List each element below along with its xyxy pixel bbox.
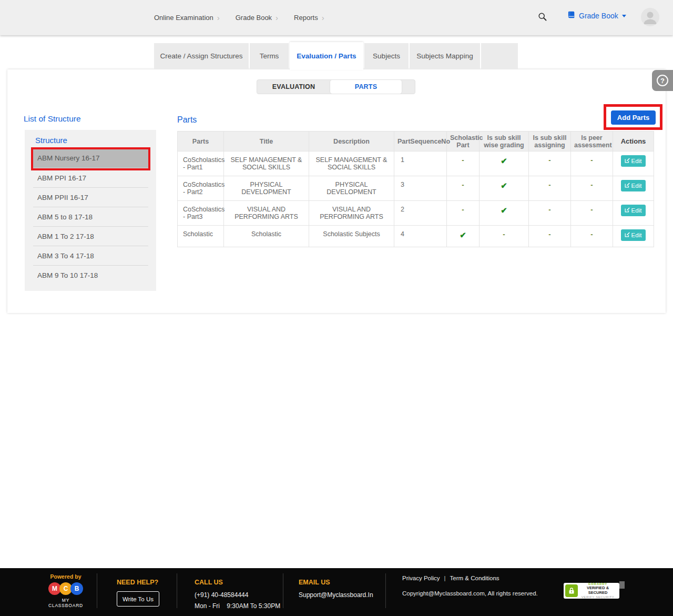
cell-title: PHYSICAL DEVELOPMENT	[224, 176, 309, 201]
chevron-right-icon: ›	[322, 14, 324, 22]
edit-button[interactable]: Edit	[621, 180, 646, 191]
cell-actions: Edit	[613, 226, 654, 247]
col-header-scholastic-part: Scholastic Part	[447, 132, 480, 152]
evaluation-parts-toggle: EVALUATION PARTS	[257, 79, 415, 94]
tab-bar: Create / Assign Structures Terms Evaluat…	[154, 43, 519, 71]
lock-shield-icon	[565, 584, 578, 597]
cell-part-sequence-no: 1	[394, 152, 447, 176]
table-row: Scholastic Scholastic Scholastic Subject…	[178, 226, 654, 247]
badge-text: GODADDY VERIFIED & SECURED VERIFY SECURI…	[578, 582, 618, 599]
powered-by-label: Powered by	[45, 573, 86, 580]
cell-actions: Edit	[613, 176, 654, 201]
structure-item[interactable]: ABM PPII 16-17	[33, 187, 148, 207]
cell-description: PHYSICAL DEVELOPMENT	[309, 176, 394, 201]
cell-sub-skill-assigning: -	[529, 152, 571, 176]
edit-icon	[625, 182, 630, 189]
cell-description: Scholastic Subjects	[309, 226, 394, 247]
nav-item-grade-book[interactable]: Grade Book ›	[236, 14, 278, 22]
badge-line2: VERIFY SECURITY	[578, 595, 618, 599]
footer-brand: Powered by M C B MY CLASSBOARD	[45, 573, 86, 608]
module-switcher-grade-book[interactable]: Grade Book	[567, 11, 626, 20]
write-to-us-button[interactable]: Write To Us	[117, 591, 159, 607]
toggle-parts[interactable]: PARTS	[330, 80, 402, 94]
edit-button[interactable]: Edit	[621, 155, 646, 167]
footer: Powered by M C B MY CLASSBOARD NEED HELP…	[0, 568, 673, 616]
top-nav: Online Examination › Grade Book › Report…	[154, 0, 324, 35]
cell-scholastic-part: -	[447, 152, 480, 176]
footer-divider	[177, 573, 177, 608]
email-us-title: EMAIL US	[299, 579, 373, 586]
edit-button[interactable]: Edit	[621, 205, 646, 216]
add-parts-button[interactable]: Add Parts	[611, 110, 656, 125]
edit-icon	[625, 157, 630, 164]
tab-create-assign-structures[interactable]: Create / Assign Structures	[154, 43, 249, 69]
search-icon[interactable]	[538, 12, 548, 23]
structure-item[interactable]: ABM 5 to 8 17-18	[33, 207, 148, 226]
support-email-link[interactable]: Support@Myclassboard.In	[299, 591, 373, 599]
privacy-policy-link[interactable]: Privacy Policy	[402, 575, 440, 581]
footer-divider	[385, 573, 386, 608]
cell-part-sequence-no: 4	[394, 226, 447, 247]
tab-subjects-mapping[interactable]: Subjects Mapping	[410, 43, 480, 69]
nav-item-online-examination[interactable]: Online Examination ›	[154, 14, 220, 22]
question-mark-icon: ?	[657, 75, 668, 86]
badge-line1: VERIFIED & SECURED	[578, 586, 618, 595]
cell-scholastic-part: -	[447, 201, 480, 226]
toggle-evaluation[interactable]: EVALUATION	[257, 80, 330, 94]
tab-subjects[interactable]: Subjects	[364, 43, 409, 69]
cell-sub-skill-wise-grading: ✔	[480, 201, 529, 226]
cell-sub-skill-assigning: -	[529, 226, 571, 247]
legal-separator: |	[444, 575, 446, 581]
help-button[interactable]: ?	[652, 70, 673, 91]
avatar[interactable]	[641, 8, 659, 26]
page: Online Examination › Grade Book › Report…	[0, 0, 673, 616]
godaddy-security-badge[interactable]: GODADDY VERIFIED & SECURED VERIFY SECURI…	[564, 583, 619, 599]
nav-label: Reports	[294, 14, 318, 22]
nav-label: Online Examination	[154, 14, 213, 22]
phone-number: (+91) 40-48584444	[195, 591, 280, 599]
cell-actions: Edit	[613, 201, 654, 226]
cell-parts: CoScholastics - Part3	[178, 201, 224, 226]
footer-email-us: EMAIL US Support@Myclassboard.In	[299, 579, 373, 599]
structure-item[interactable]: ABM 1 To 2 17-18	[33, 226, 148, 246]
cell-title: VISUAL AND PERFORMING ARTS	[224, 201, 309, 226]
structure-item[interactable]: ABM 9 To 10 17-18	[33, 265, 148, 285]
tab-evaluation-parts[interactable]: Evaluation / Parts	[290, 42, 363, 70]
cell-part-sequence-no: 2	[394, 201, 447, 226]
cell-sub-skill-assigning: -	[529, 201, 571, 226]
structure-panel-title: Structure	[35, 136, 156, 145]
table-header-row: Parts Title Description PartSequenceNo S…	[178, 132, 654, 152]
tab-terms[interactable]: Terms	[250, 43, 289, 69]
call-us-title: CALL US	[195, 579, 280, 586]
edit-label: Edit	[631, 232, 642, 238]
cell-peer-assessment: -	[571, 176, 613, 201]
cell-title: SELF MANAGEMENT & SOCIAL SKILLS	[224, 152, 309, 176]
structure-item[interactable]: ABM Nursery 16-17	[33, 148, 148, 168]
col-header-part-sequence-no: PartSequenceNo	[394, 132, 447, 152]
edit-label: Edit	[631, 183, 642, 189]
edit-icon	[625, 231, 630, 238]
structure-item[interactable]: ABM PPI 16-17	[33, 168, 148, 187]
structure-item[interactable]: ABM 3 To 4 17-18	[33, 246, 148, 265]
cell-scholastic-part: ✔	[447, 226, 480, 247]
nav-item-reports[interactable]: Reports ›	[294, 14, 324, 22]
copyright-text: Copyright@Myclassboard.com, All rights r…	[402, 590, 538, 597]
cell-peer-assessment: -	[571, 226, 613, 247]
office-hours: Mon - Fri 9:30AM To 5:30PM	[195, 602, 280, 610]
col-header-peer-assessment: Is peer assessment	[571, 132, 613, 152]
cell-part-sequence-no: 3	[394, 176, 447, 201]
cell-parts: CoScholastics - Part1	[178, 152, 224, 176]
edit-button[interactable]: Edit	[621, 229, 646, 241]
mcb-logo: M C B	[45, 582, 86, 595]
footer-call-us: CALL US (+91) 40-48584444 Mon - Fri 9:30…	[195, 579, 280, 610]
col-header-sub-skill-wise-grading: Is sub skill wise grading	[480, 132, 529, 152]
footer-legal: Privacy Policy | Term & Conditions Copyr…	[402, 575, 538, 597]
cell-sub-skill-wise-grading: ✔	[480, 176, 529, 201]
table-row: CoScholastics - Part3 VISUAL AND PERFORM…	[178, 201, 654, 226]
terms-conditions-link[interactable]: Term & Conditions	[450, 575, 499, 581]
cell-peer-assessment: -	[571, 152, 613, 176]
badge-corner-tab	[619, 581, 625, 589]
edit-icon	[625, 207, 630, 214]
logo-circle-b: B	[70, 582, 83, 595]
table-row: CoScholastics - Part1 SELF MANAGEMENT & …	[178, 152, 654, 176]
